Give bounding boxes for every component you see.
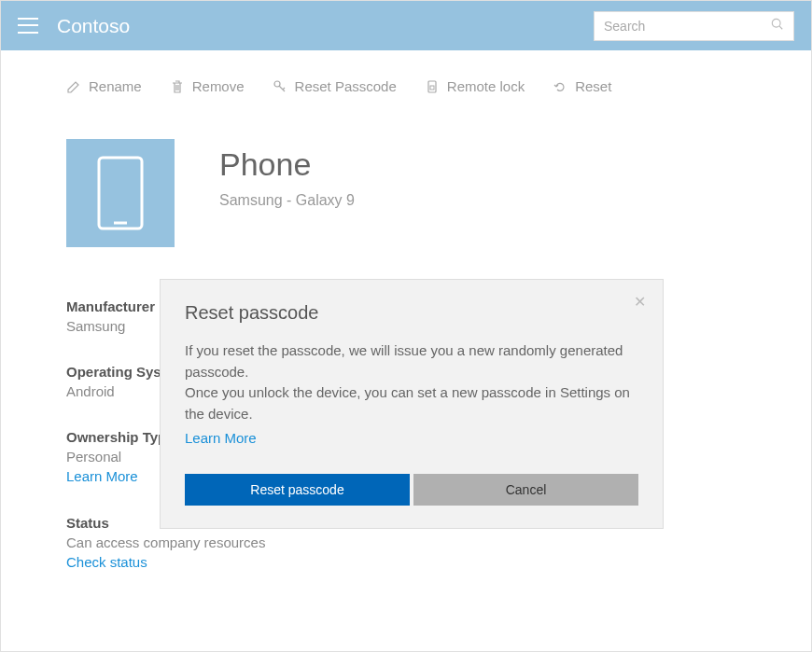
remove-button[interactable]: Remove — [170, 78, 245, 94]
rename-label: Rename — [89, 78, 142, 94]
ownership-learn-more-link[interactable]: Learn More — [66, 468, 138, 484]
device-tile — [66, 139, 175, 247]
search-input[interactable] — [604, 19, 771, 34]
status-value: Can access company resources — [66, 534, 746, 550]
key-icon — [273, 79, 287, 94]
svg-point-0 — [772, 19, 780, 27]
remote-lock-button[interactable]: Remote lock — [425, 78, 525, 94]
svg-rect-3 — [428, 81, 436, 92]
device-info: Phone Samsung - Galaxy 9 — [219, 139, 355, 209]
cancel-button[interactable]: Cancel — [413, 474, 638, 506]
confirm-button[interactable]: Reset passcode — [185, 474, 410, 506]
brand-title: Contoso — [57, 15, 130, 37]
reset-icon — [553, 79, 567, 94]
check-status-link[interactable]: Check status — [66, 554, 147, 570]
menu-icon[interactable] — [18, 16, 38, 36]
device-title: Phone — [219, 146, 355, 183]
rename-button[interactable]: Rename — [66, 78, 142, 94]
reset-label: Reset — [575, 78, 611, 94]
remove-label: Remove — [192, 78, 245, 94]
reset-passcode-dialog: ✕ Reset passcode If you reset the passco… — [160, 279, 664, 529]
dialog-body-line2: Once you unlock the device, you can set … — [185, 382, 638, 424]
svg-rect-5 — [99, 158, 142, 229]
reset-button[interactable]: Reset — [553, 78, 611, 94]
pencil-icon — [66, 79, 81, 94]
device-subtitle: Samsung - Galaxy 9 — [219, 192, 355, 209]
search-icon[interactable] — [771, 18, 784, 34]
lock-icon — [425, 79, 440, 94]
app-header: Contoso — [1, 1, 811, 50]
device-toolbar: Rename Remove Reset Passcode Remote lock… — [1, 50, 811, 111]
dialog-body-line1: If you reset the passcode, we will issue… — [185, 340, 638, 382]
dialog-body: If you reset the passcode, we will issue… — [185, 340, 638, 450]
svg-rect-4 — [430, 86, 434, 90]
close-icon[interactable]: ✕ — [634, 293, 646, 311]
reset-passcode-label: Reset Passcode — [295, 78, 397, 94]
remote-lock-label: Remote lock — [447, 78, 525, 94]
svg-line-1 — [779, 26, 782, 29]
search-box[interactable] — [594, 11, 794, 41]
phone-icon — [97, 156, 144, 230]
dialog-buttons: Reset passcode Cancel — [185, 474, 638, 506]
dialog-learn-more-link[interactable]: Learn More — [185, 428, 257, 450]
dialog-title: Reset passcode — [185, 302, 638, 324]
trash-icon — [170, 79, 185, 94]
reset-passcode-button[interactable]: Reset Passcode — [273, 78, 397, 94]
device-header: Phone Samsung - Galaxy 9 — [66, 139, 746, 247]
